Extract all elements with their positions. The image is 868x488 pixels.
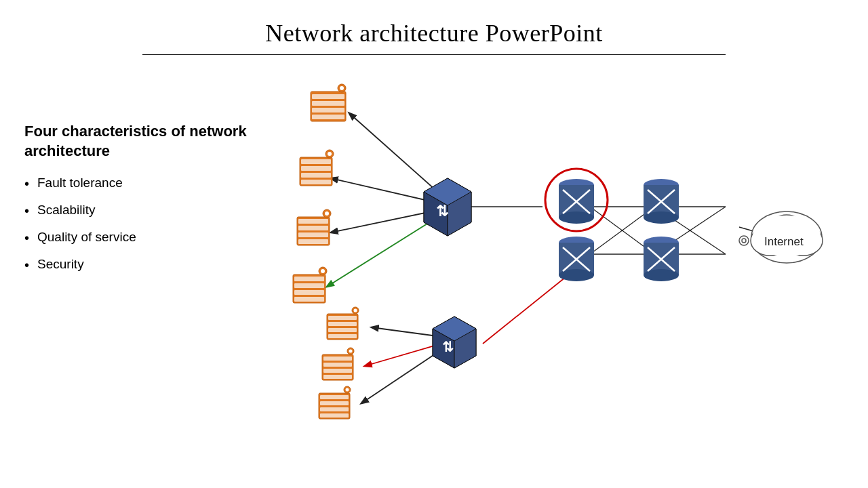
svg-rect-36	[298, 239, 328, 244]
svg-point-69	[644, 269, 679, 281]
svg-point-37	[323, 209, 331, 218]
svg-rect-29	[301, 180, 331, 184]
svg-point-97	[347, 348, 354, 354]
svg-line-56	[563, 190, 590, 214]
svg-rect-22	[312, 115, 344, 119]
svg-point-91	[354, 309, 357, 312]
svg-rect-87	[328, 322, 357, 326]
svg-point-105	[346, 388, 349, 392]
svg-line-17	[739, 227, 787, 241]
svg-rect-95	[323, 369, 352, 373]
svg-rect-35	[298, 232, 328, 237]
svg-marker-83	[433, 317, 476, 341]
list-item: Fault tolerance	[24, 176, 255, 192]
svg-rect-26	[301, 159, 331, 164]
svg-line-61	[648, 190, 675, 214]
svg-rect-41	[294, 283, 324, 288]
svg-point-30	[326, 150, 334, 158]
svg-point-31	[328, 152, 332, 156]
svg-point-98	[349, 350, 353, 353]
svg-text:Internet: Internet	[764, 235, 804, 248]
svg-line-10	[590, 207, 654, 254]
svg-rect-101	[320, 401, 349, 405]
svg-point-76	[753, 216, 821, 256]
svg-line-1	[331, 178, 454, 207]
svg-marker-82	[454, 317, 476, 368]
svg-rect-43	[294, 297, 324, 302]
svg-rect-20	[312, 101, 344, 106]
svg-line-71	[648, 247, 675, 271]
svg-line-66	[563, 247, 590, 271]
svg-line-65	[563, 247, 590, 271]
svg-rect-34	[298, 226, 328, 230]
svg-point-23	[338, 84, 346, 92]
svg-point-74	[785, 226, 823, 256]
svg-point-45	[321, 269, 325, 273]
svg-point-104	[344, 386, 351, 393]
svg-rect-103	[320, 413, 349, 418]
svg-point-62	[559, 237, 594, 249]
svg-point-24	[340, 86, 344, 90]
svg-rect-93	[323, 357, 352, 361]
svg-rect-18	[311, 92, 346, 121]
svg-line-16	[361, 339, 458, 403]
svg-line-9	[590, 207, 654, 254]
svg-line-2	[331, 207, 454, 232]
intro-text: Four characteristics of network architec…	[24, 122, 255, 161]
svg-marker-49	[424, 178, 471, 205]
network-diagram: ⇅	[251, 64, 848, 471]
svg-rect-94	[323, 363, 352, 367]
svg-marker-81	[433, 329, 454, 368]
svg-point-64	[559, 269, 594, 281]
svg-rect-68	[644, 243, 679, 275]
svg-rect-42	[294, 290, 324, 295]
svg-point-57	[644, 179, 679, 191]
svg-point-78	[739, 236, 749, 245]
svg-rect-92	[322, 354, 353, 380]
svg-point-72	[751, 211, 822, 263]
svg-line-0	[349, 113, 454, 207]
svg-line-11	[654, 207, 726, 254]
svg-line-70	[648, 247, 675, 271]
svg-rect-102	[320, 407, 349, 411]
svg-marker-48	[448, 178, 471, 236]
svg-rect-58	[644, 185, 679, 218]
list-item: Security	[24, 257, 255, 273]
svg-rect-32	[297, 217, 330, 245]
svg-rect-40	[294, 277, 324, 281]
svg-line-3	[327, 207, 454, 287]
svg-rect-63	[559, 243, 594, 275]
svg-point-67	[644, 237, 679, 249]
svg-rect-53	[559, 185, 594, 218]
svg-rect-85	[327, 314, 358, 340]
svg-rect-100	[320, 395, 349, 399]
list-item: Scalability	[24, 203, 255, 219]
svg-line-55	[563, 190, 590, 214]
svg-rect-19	[312, 94, 344, 99]
svg-rect-33	[298, 219, 328, 224]
svg-point-54	[559, 211, 594, 224]
svg-point-52	[559, 179, 594, 191]
svg-point-73	[751, 226, 789, 256]
left-panel: Four characteristics of network architec…	[24, 122, 255, 284]
svg-point-51	[545, 169, 608, 231]
svg-line-12	[654, 207, 726, 254]
characteristics-list: Fault tolerance Scalability Quality of s…	[24, 176, 255, 273]
svg-marker-46	[424, 178, 471, 236]
svg-line-60	[648, 190, 675, 214]
svg-rect-25	[300, 157, 332, 186]
svg-line-13	[483, 258, 590, 344]
svg-rect-88	[328, 328, 357, 332]
svg-rect-39	[293, 274, 326, 303]
svg-rect-28	[301, 173, 331, 178]
page-title: Network architecture PowerPoint	[0, 0, 868, 54]
svg-rect-27	[301, 166, 331, 171]
title-divider	[142, 54, 726, 55]
svg-rect-89	[328, 334, 357, 338]
svg-point-59	[644, 211, 679, 224]
svg-line-14	[372, 327, 458, 339]
svg-rect-21	[312, 108, 344, 113]
svg-text:⇅: ⇅	[442, 340, 454, 354]
svg-marker-80	[433, 317, 476, 368]
svg-point-79	[742, 239, 746, 243]
